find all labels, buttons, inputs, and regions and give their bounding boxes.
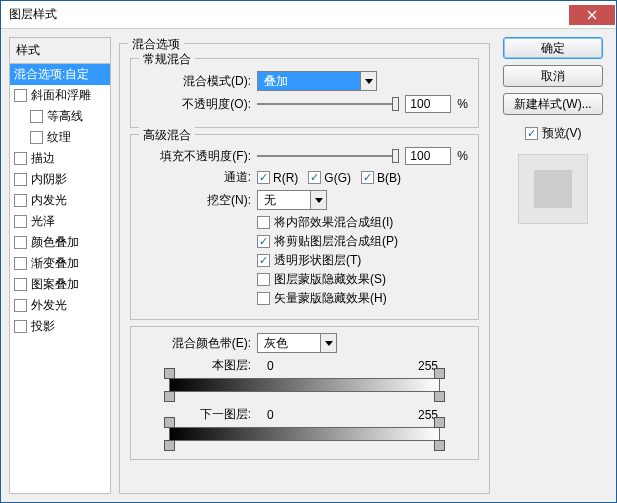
advanced-option[interactable]: 透明形状图层(T) (257, 252, 468, 269)
preview-thumbnail (518, 154, 588, 224)
checkbox[interactable] (257, 254, 270, 267)
gradient-stop[interactable] (164, 440, 175, 451)
style-item[interactable]: 光泽 (10, 211, 110, 232)
gradient-stop[interactable] (434, 368, 445, 379)
fill-opacity-label: 填充不透明度(F): (141, 148, 251, 165)
advanced-option[interactable]: 矢量蒙版隐藏效果(H) (257, 290, 468, 307)
fill-opacity-input[interactable]: 100 (405, 147, 451, 165)
advanced-option[interactable]: 图层蒙版隐藏效果(S) (257, 271, 468, 288)
checkbox[interactable] (257, 235, 270, 248)
advanced-blending-group: 高级混合 填充不透明度(F): 100 % 通道: R(R) G(G) B(B)… (130, 134, 479, 320)
opacity-input[interactable]: 100 (405, 95, 451, 113)
new-style-button[interactable]: 新建样式(W)... (503, 93, 603, 115)
opacity-label: 不透明度(O): (141, 96, 251, 113)
styles-header: 样式 (9, 37, 111, 63)
preview-checkbox[interactable]: 预览(V) (525, 125, 582, 142)
title-bar: 图层样式 (1, 1, 616, 29)
checkbox[interactable] (14, 89, 27, 102)
style-item[interactable]: 内发光 (10, 190, 110, 211)
style-item[interactable]: 投影 (10, 316, 110, 337)
gradient-stop[interactable] (434, 391, 445, 402)
cancel-button[interactable]: 取消 (503, 65, 603, 87)
chevron-down-icon (360, 72, 376, 90)
knockout-label: 挖空(N): (141, 192, 251, 209)
checkbox[interactable] (14, 278, 27, 291)
gradient-stop[interactable] (164, 391, 175, 402)
underlying-layer-gradient[interactable] (169, 427, 440, 441)
checkbox[interactable] (30, 110, 43, 123)
checkbox[interactable] (14, 320, 27, 333)
fill-opacity-slider[interactable] (257, 148, 399, 164)
gradient-stop[interactable] (434, 440, 445, 451)
styles-panel: 样式 混合选项:自定 斜面和浮雕等高线纹理描边内阴影内发光光泽颜色叠加渐变叠加图… (9, 37, 111, 494)
gradient-stop[interactable] (164, 368, 175, 379)
channel-g[interactable]: G(G) (308, 171, 351, 185)
checkbox[interactable] (14, 215, 27, 228)
gradient-stop[interactable] (434, 417, 445, 428)
blend-if-label: 混合颜色带(E): (141, 335, 251, 352)
blend-if-group: 混合颜色带(E): 灰色 本图层: 0255 下一图层: 0255 (130, 326, 479, 460)
layer-style-dialog: 图层样式 样式 混合选项:自定 斜面和浮雕等高线纹理描边内阴影内发光光泽颜色叠加… (0, 0, 617, 503)
channels-label: 通道: (141, 169, 251, 186)
checkbox[interactable] (257, 216, 270, 229)
advanced-option[interactable]: 将剪贴图层混合成组(P) (257, 233, 468, 250)
knockout-combo[interactable]: 无 (257, 190, 327, 210)
checkbox[interactable] (14, 257, 27, 270)
channel-b[interactable]: B(B) (361, 171, 401, 185)
checkbox[interactable] (14, 194, 27, 207)
checkbox[interactable] (14, 299, 27, 312)
chevron-down-icon (310, 191, 326, 209)
this-layer-gradient[interactable] (169, 378, 440, 392)
chevron-down-icon (320, 334, 336, 352)
close-icon (587, 10, 597, 20)
checkbox[interactable] (257, 273, 270, 286)
general-blending-group: 常规混合 混合模式(D): 叠加 不透明度(O): 100 % (130, 58, 479, 128)
advanced-option[interactable]: 将内部效果混合成组(I) (257, 214, 468, 231)
checkbox[interactable] (30, 131, 43, 144)
styles-list[interactable]: 混合选项:自定 斜面和浮雕等高线纹理描边内阴影内发光光泽颜色叠加渐变叠加图案叠加… (9, 63, 111, 494)
style-item[interactable]: 颜色叠加 (10, 232, 110, 253)
blend-mode-label: 混合模式(D): (141, 73, 251, 90)
checkbox[interactable] (14, 236, 27, 249)
checkbox[interactable] (14, 152, 27, 165)
style-item[interactable]: 斜面和浮雕 (10, 85, 110, 106)
style-item[interactable]: 渐变叠加 (10, 253, 110, 274)
blend-mode-combo[interactable]: 叠加 (257, 71, 377, 91)
channel-r[interactable]: R(R) (257, 171, 298, 185)
style-item[interactable]: 描边 (10, 148, 110, 169)
style-item[interactable]: 外发光 (10, 295, 110, 316)
style-item[interactable]: 图案叠加 (10, 274, 110, 295)
close-button[interactable] (569, 5, 615, 25)
blending-options-row[interactable]: 混合选项:自定 (10, 64, 110, 85)
checkbox[interactable] (14, 173, 27, 186)
window-title: 图层样式 (9, 6, 569, 23)
ok-button[interactable]: 确定 (503, 37, 603, 59)
checkbox[interactable] (257, 292, 270, 305)
style-item[interactable]: 纹理 (10, 127, 110, 148)
blending-options-group: 混合选项 常规混合 混合模式(D): 叠加 不透明度(O): 100 % 高级混… (119, 43, 490, 494)
style-item[interactable]: 内阴影 (10, 169, 110, 190)
opacity-slider[interactable] (257, 96, 399, 112)
style-item[interactable]: 等高线 (10, 106, 110, 127)
gradient-stop[interactable] (164, 417, 175, 428)
blend-if-combo[interactable]: 灰色 (257, 333, 337, 353)
